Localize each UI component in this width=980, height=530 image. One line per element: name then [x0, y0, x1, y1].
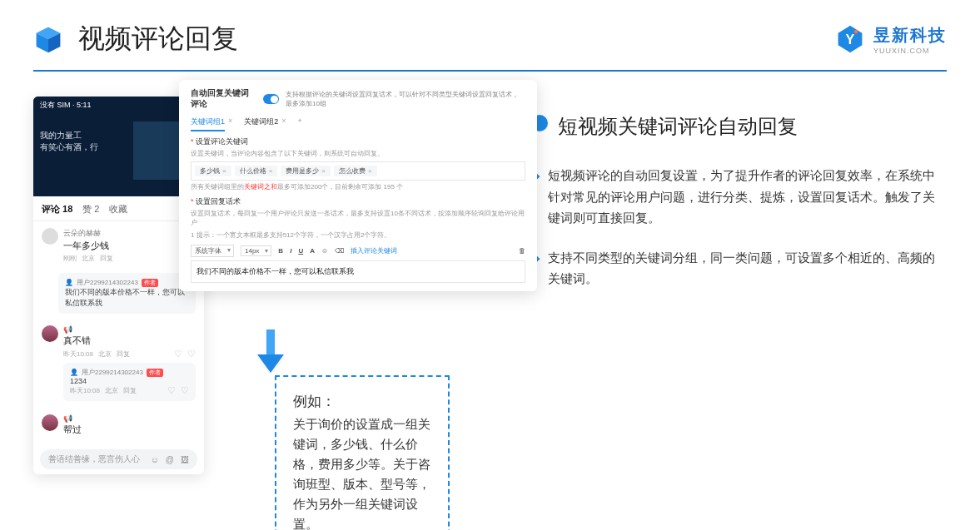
keyword-chips-input[interactable]: 多少钱× 什么价格× 费用是多少× 怎么收费×	[191, 161, 525, 181]
svg-rect-6	[266, 329, 275, 354]
page-header: 视频评论回复 Y 昱新科技 YUUXIN.COM	[0, 0, 980, 70]
brand-name: 昱新科技	[873, 24, 947, 47]
comment-item: 📢 帮过	[33, 408, 204, 444]
brand-logo-icon: Y	[835, 24, 865, 54]
example-head: 例如：	[293, 392, 431, 411]
reply-editor[interactable]: 我们不同的版本价格不一样，您可以私信联系我	[191, 260, 525, 283]
comment-text: 一年多少钱	[63, 240, 196, 252]
reply-text: 我们不同的版本价格不一样，您可以私信联系我	[65, 287, 189, 309]
dislike-icon[interactable]: ♡	[187, 349, 196, 359]
close-icon[interactable]: ×	[281, 116, 286, 131]
comment-input[interactable]: 善语结善缘，恶言伤人心 ☺ @ 🖼	[40, 449, 197, 469]
delete-icon[interactable]: 🗑	[519, 247, 525, 255]
add-group-button[interactable]: +	[298, 116, 302, 131]
illustration-area: 没有 SIM · 5:11 我的力量工 有笑心有酒，行 评论 18 赞 2 收藏…	[33, 97, 500, 308]
chip: 多少钱×	[195, 166, 231, 176]
phone-status: 没有 SIM · 5:11	[40, 101, 92, 109]
keyword-group-tab[interactable]: 关键词组1	[191, 116, 225, 131]
chip: 什么价格×	[235, 166, 278, 176]
underline-icon[interactable]: U	[298, 247, 303, 255]
switch-desc: 支持根据评论的关键词设置回复话术，可以针对不同类型关键词设置回复话术，最多添加1…	[286, 90, 525, 108]
person-icon: 👤	[65, 279, 73, 286]
settings-panel: 自动回复关键词评论 支持根据评论的关键词设置回复话术，可以针对不同类型关键词设置…	[179, 80, 537, 291]
brand-domain: YUUXIN.COM	[873, 47, 947, 55]
toggle-switch[interactable]	[263, 94, 279, 104]
label-keywords: 设置评论关键词	[191, 136, 525, 147]
heart-icon[interactable]: ♡	[167, 385, 176, 396]
bullet-item: 支持不同类型的关键词分组，同一类问题，可设置多个相近的、高频的关键词。	[533, 247, 947, 290]
heart-icon[interactable]: ♡	[174, 349, 182, 359]
chip: 怎么收费×	[334, 166, 377, 176]
editor-toolbar: 系统字体 14px B I U A ☺ ⌫ 插入评论关键词 🗑	[191, 245, 525, 257]
cube-icon	[33, 24, 63, 54]
section-title: 短视频关键词评论自动回复	[558, 113, 798, 140]
svg-point-5	[854, 30, 858, 34]
bullet-item: 短视频评论的自动回复设置，为了提升作者的评论回复效率，在系统中针对常见的评论用户…	[533, 165, 947, 229]
size-select[interactable]: 14px	[241, 245, 271, 256]
page-title: 视频评论回复	[78, 21, 238, 57]
close-icon[interactable]: ×	[222, 167, 226, 175]
example-box: 例如： 关于询价的设置成一组关键词，多少钱、什么价格，费用多少等。关于咨询班型、…	[275, 375, 450, 530]
author-badge: 作者	[142, 279, 158, 287]
svg-marker-7	[257, 354, 284, 373]
example-body: 关于询价的设置成一组关键词，多少钱、什么价格，费用多少等。关于咨询班型、版本、型…	[293, 414, 431, 530]
brand-block: Y 昱新科技 YUUXIN.COM	[835, 24, 947, 55]
video-overlay-text: 我的力量工 有笑心有酒，行	[40, 130, 98, 153]
tab-comments[interactable]: 评论 18	[42, 203, 72, 215]
tab-fav[interactable]: 收藏	[109, 203, 127, 215]
tab-likes[interactable]: 赞 2	[82, 203, 99, 215]
avatar-icon	[42, 414, 58, 431]
dislike-icon[interactable]: ♡	[181, 385, 189, 396]
font-select[interactable]: 系统字体	[191, 245, 234, 257]
clear-icon[interactable]: ⌫	[335, 247, 344, 255]
label-reply: 设置回复话术	[191, 196, 525, 207]
image-icon[interactable]: 🖼	[181, 455, 189, 464]
emoji-icon[interactable]: ☺	[151, 455, 159, 464]
close-icon[interactable]: ×	[269, 167, 273, 175]
brand-text: 昱新科技 YUUXIN.COM	[873, 24, 947, 55]
avatar-icon	[42, 325, 58, 342]
switch-label: 自动回复关键词评论	[191, 88, 256, 110]
header-divider	[33, 70, 947, 72]
arrow-down-icon	[254, 329, 287, 379]
keyword-count-hint: 所有关键词组里的关键词之和最多可添加200个，目前剩余可添加 195 个	[191, 182, 525, 191]
broadcast-icon: 📢	[63, 325, 196, 334]
feature-bullets: 短视频评论的自动回复设置，为了提升作者的评论回复效率，在系统中针对常见的评论用户…	[525, 165, 947, 290]
header-left: 视频评论回复	[33, 21, 238, 57]
close-icon[interactable]: ×	[368, 167, 372, 175]
color-icon[interactable]: A	[310, 247, 315, 255]
bold-icon[interactable]: B	[278, 247, 283, 255]
italic-icon[interactable]: I	[290, 247, 291, 255]
commenter-name: 云朵的赫赫	[63, 228, 196, 239]
insert-keyword-button[interactable]: 插入评论关键词	[351, 246, 397, 255]
author-reply: 👤 用户2299214302243 作者 我们不同的版本价格不一样，您可以私信联…	[58, 273, 196, 314]
chip: 费用是多少×	[281, 166, 331, 176]
at-icon[interactable]: @	[166, 455, 174, 464]
emoji-icon[interactable]: ☺	[321, 247, 328, 255]
close-icon[interactable]: ×	[228, 116, 232, 131]
svg-text:Y: Y	[846, 32, 855, 47]
input-placeholder: 善语结善缘，恶言伤人心	[48, 453, 144, 465]
person-icon: 👤	[70, 369, 78, 376]
avatar-icon	[42, 228, 58, 245]
close-icon[interactable]: ×	[321, 167, 326, 175]
description-area: 短视频关键词评论自动回复 短视频评论的自动回复设置，为了提升作者的评论回复效率，…	[525, 97, 947, 308]
comment-item: 📢 真不错 昨天10:08 北京 回复 ♡ ♡ 👤 用户229921430224…	[33, 319, 204, 408]
reply-link[interactable]: 回复	[100, 254, 113, 263]
keyword-group-tab[interactable]: 关键词组2	[244, 116, 278, 131]
